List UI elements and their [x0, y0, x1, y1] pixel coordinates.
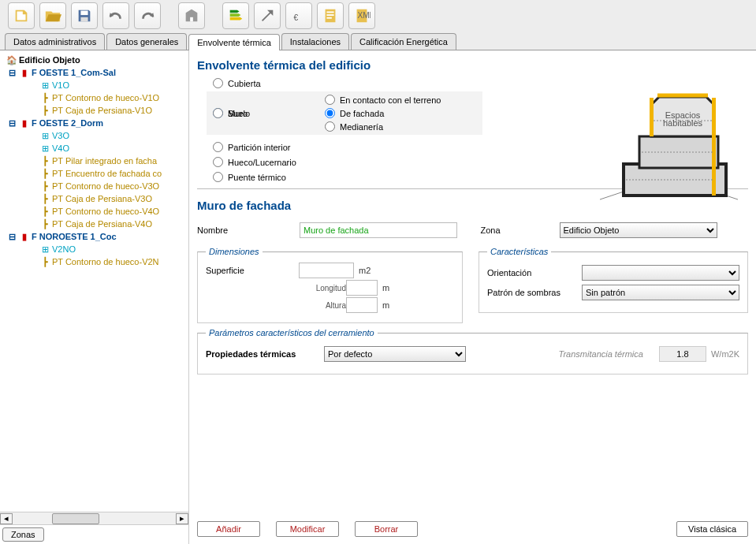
- bridge-icon: ┣: [39, 181, 50, 192]
- radio-sub-facade[interactable]: De fachada: [325, 108, 441, 118]
- wall-icon: ▮: [19, 231, 30, 242]
- tree-facade-1[interactable]: F OESTE 1_Com-Sal: [32, 66, 116, 79]
- bridge-icon: ┣: [39, 256, 50, 267]
- svg-text:habitables: habitables: [663, 118, 703, 128]
- radio-partition[interactable]: Partición interior: [213, 142, 315, 152]
- svg-rect-5: [326, 14, 333, 16]
- tree-item[interactable]: PT Contorno de hueco-V2N: [52, 255, 159, 268]
- tree-facade-3[interactable]: F NOROESTE 1_Coc: [32, 230, 117, 243]
- transmittance-value: [659, 346, 706, 362]
- bridge-icon: ┣: [39, 155, 50, 166]
- surface-input[interactable]: [299, 263, 354, 278]
- modify-button[interactable]: Modificar: [276, 521, 339, 537]
- classic-view-button[interactable]: Vista clásica: [676, 521, 748, 537]
- tab-envelope[interactable]: Envolvente térmica: [188, 34, 280, 50]
- bridge-icon: ┣: [39, 193, 50, 204]
- tree-item[interactable]: V3O: [52, 129, 69, 142]
- tree[interactable]: 🏠Edificio Objeto ⊟▮F OESTE 1_Com-Sal ⊞V1…: [0, 50, 188, 512]
- building-icon: 🏠: [6, 54, 17, 65]
- surface-label: Superficie: [206, 266, 299, 275]
- redo-button[interactable]: [134, 2, 161, 29]
- main-panel: Espacios habitables Envolvente térmica d…: [189, 50, 756, 544]
- dim-legend: Dimensiones: [206, 247, 263, 256]
- window-icon: ⊞: [39, 80, 50, 91]
- svg-rect-6: [326, 17, 331, 19]
- tree-item[interactable]: V4O: [52, 142, 69, 155]
- radio-floor[interactable]: Suelo: [213, 108, 315, 118]
- radio-sub-median[interactable]: Medianería: [325, 121, 441, 132]
- params-legend: Parámetros característicos del cerramien…: [206, 328, 378, 337]
- new-file-button[interactable]: [8, 2, 35, 29]
- svg-text:€: €: [294, 13, 299, 22]
- tree-sidebar: 🏠Edificio Objeto ⊟▮F OESTE 1_Com-Sal ⊞V1…: [0, 50, 189, 544]
- window-icon: ⊞: [39, 130, 50, 141]
- tab-admin[interactable]: Datos administrativos: [5, 33, 105, 50]
- tree-item[interactable]: PT Caja de Persiana-V1O: [52, 104, 152, 117]
- scroll-right-icon[interactable]: ▸: [176, 513, 188, 524]
- radio-sub-ground[interactable]: En contacto con el terreno: [325, 95, 441, 105]
- expand-icon[interactable]: ⊟: [6, 231, 17, 242]
- orientation-select[interactable]: [582, 265, 739, 281]
- height-label: Altura: [299, 301, 346, 310]
- xml-button[interactable]: XML: [348, 2, 375, 29]
- energy-label-button[interactable]: [222, 2, 249, 29]
- radio-hole[interactable]: Hueco/Lucernario: [213, 157, 315, 167]
- scroll-left-icon[interactable]: ◂: [0, 513, 13, 524]
- open-file-button[interactable]: [39, 2, 66, 29]
- tab-general[interactable]: Datos generales: [106, 33, 187, 50]
- bridge-icon: ┣: [39, 105, 50, 116]
- export-arrow-button[interactable]: [254, 2, 281, 29]
- expand-icon[interactable]: ⊟: [6, 117, 17, 129]
- height-unit: m: [382, 300, 389, 310]
- tree-item[interactable]: PT Pilar integrado en facha: [52, 155, 157, 167]
- length-input[interactable]: [346, 280, 378, 296]
- tree-item[interactable]: V1O: [52, 79, 69, 91]
- building-section-diagram: Espacios habitables: [600, 54, 750, 211]
- zone-select[interactable]: Edificio Objeto: [560, 222, 717, 238]
- svg-rect-4: [326, 12, 333, 13]
- radio-bridge[interactable]: Puente térmico: [213, 172, 315, 182]
- svg-text:XML: XML: [358, 11, 371, 20]
- tree-item[interactable]: PT Caja de Persiana-V4O: [52, 218, 152, 230]
- dimensions-fieldset: Dimensiones Superficie m2 Longitud m: [197, 247, 463, 323]
- shadow-label: Patrón de sombras: [487, 288, 582, 297]
- window-icon: ⊞: [39, 244, 50, 255]
- tree-item[interactable]: PT Contorno de hueco-V4O: [52, 205, 159, 218]
- tree-item[interactable]: PT Caja de Persiana-V3O: [52, 192, 152, 205]
- svg-rect-13: [712, 98, 716, 196]
- therm-prop-select[interactable]: Por defecto: [324, 346, 466, 362]
- radio-cover[interactable]: Cubierta: [213, 78, 315, 88]
- tree-root[interactable]: Edificio Objeto: [19, 54, 80, 66]
- tree-item[interactable]: PT Contorno de hueco-V1O: [52, 91, 159, 104]
- shadow-select[interactable]: Sin patrón: [582, 285, 739, 300]
- horizontal-scrollbar[interactable]: ◂ ▸: [0, 512, 188, 524]
- zone-label: Zona: [481, 225, 560, 235]
- scroll-thumb[interactable]: [52, 513, 99, 524]
- main-toolbar: € XML: [0, 0, 756, 32]
- bridge-icon: ┣: [39, 168, 50, 179]
- building-button[interactable]: [178, 2, 205, 29]
- tab-install[interactable]: Instalaciones: [281, 33, 349, 50]
- svg-rect-0: [80, 11, 88, 15]
- svg-rect-1: [80, 17, 88, 22]
- window-icon: ⊞: [39, 143, 50, 154]
- zones-button[interactable]: Zonas: [2, 527, 44, 542]
- char-legend: Características: [487, 247, 551, 256]
- tree-item[interactable]: PT Contorno de hueco-V3O: [52, 180, 159, 192]
- euro-button[interactable]: €: [285, 2, 312, 29]
- length-label: Longitud: [299, 284, 346, 292]
- report-button[interactable]: [317, 2, 344, 29]
- height-input[interactable]: [346, 297, 378, 313]
- tree-item[interactable]: PT Encuentro de fachada co: [52, 167, 162, 180]
- undo-button[interactable]: [102, 2, 129, 29]
- delete-button[interactable]: Borrar: [355, 521, 418, 537]
- tree-item[interactable]: V2NO: [52, 243, 76, 255]
- tree-facade-2[interactable]: F OESTE 2_Dorm: [32, 117, 103, 129]
- add-button[interactable]: Añadir: [197, 521, 260, 537]
- svg-rect-12: [650, 98, 654, 136]
- main-tabs: Datos administrativos Datos generales En…: [0, 32, 756, 50]
- name-input[interactable]: [300, 222, 457, 238]
- save-button[interactable]: [71, 2, 98, 29]
- tab-rating[interactable]: Calificación Energética: [351, 33, 456, 50]
- expand-icon[interactable]: ⊟: [6, 67, 17, 78]
